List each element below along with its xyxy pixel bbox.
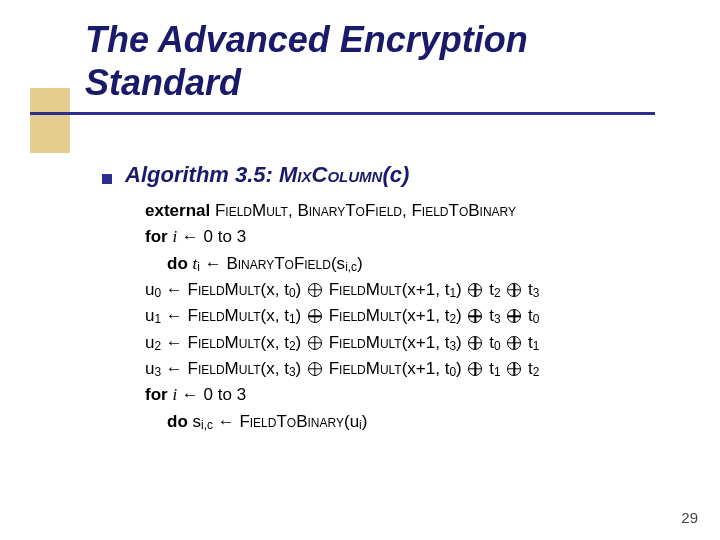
for-kw-1: for bbox=[145, 227, 168, 246]
do2-lhs-sub: i,c bbox=[201, 418, 213, 432]
title-line-1: The Advanced Encryption bbox=[85, 19, 528, 60]
btf-arg-sub: i,c bbox=[345, 260, 357, 274]
arrow-ti: ← bbox=[205, 254, 222, 273]
xor-icon bbox=[308, 336, 322, 350]
fm-3b: FieldMult bbox=[329, 359, 402, 378]
xor-icon bbox=[507, 309, 521, 323]
xor-icon bbox=[507, 336, 521, 350]
algo-label: Algorithm 3.5: bbox=[125, 162, 273, 187]
ext-proc-1: FieldMult bbox=[215, 201, 288, 220]
algorithm-body: external FieldMult, BinaryToField, Field… bbox=[145, 198, 539, 435]
xor-icon bbox=[507, 283, 521, 297]
xor-icon bbox=[308, 309, 322, 323]
ftb-arg: (u bbox=[344, 412, 359, 431]
arrow-u0: ← bbox=[166, 280, 183, 299]
u0-line: u0 ← FieldMult(x, t0) FieldMult(x+1, t1)… bbox=[145, 277, 539, 303]
slide-title: The Advanced Encryption Standard bbox=[85, 18, 528, 104]
xor-icon bbox=[468, 336, 482, 350]
ext-proc-3: FieldToBinary bbox=[411, 201, 516, 220]
page-number: 29 bbox=[681, 509, 698, 526]
btf-arg-close: ) bbox=[357, 254, 363, 273]
for-line-1: for i ← 0 to 3 bbox=[145, 224, 539, 250]
arrow-do2: ← bbox=[218, 412, 235, 431]
arrow-u3: ← bbox=[166, 359, 183, 378]
u2-line: u2 ← FieldMult(x, t2) FieldMult(x+1, t3)… bbox=[145, 330, 539, 356]
u1-line: u1 ← FieldMult(x, t1) FieldMult(x+1, t2)… bbox=[145, 303, 539, 329]
algo-arg: (c) bbox=[382, 162, 409, 187]
u3s: 3 bbox=[154, 365, 161, 379]
do-kw-2: do bbox=[167, 412, 188, 431]
xor-icon bbox=[468, 283, 482, 297]
do2-lhs: s bbox=[193, 412, 202, 431]
for-line-2: for i ← 0 to 3 bbox=[145, 382, 539, 408]
title-line-2: Standard bbox=[85, 62, 241, 103]
do-line-2: do si,c ← FieldToBinary(ui) bbox=[145, 409, 539, 435]
do-line-1: do ti ← BinaryToField(si,c) bbox=[145, 251, 539, 277]
fm-2b: FieldMult bbox=[329, 333, 402, 352]
ext-proc-2: BinaryToField bbox=[297, 201, 402, 220]
btf-proc: BinaryToField bbox=[226, 254, 331, 273]
for-range-1: to 3 bbox=[218, 227, 246, 246]
assign0-2: ← 0 bbox=[177, 385, 218, 404]
do-kw-1: do bbox=[167, 254, 188, 273]
ti-sub: i bbox=[197, 260, 200, 274]
u0s: 0 bbox=[154, 286, 161, 300]
fm-0b: FieldMult bbox=[329, 280, 402, 299]
algorithm-heading: Algorithm 3.5: MixColumn(c) bbox=[125, 162, 409, 188]
xor-icon bbox=[308, 283, 322, 297]
for-kw-2: for bbox=[145, 385, 168, 404]
fm-2a: FieldMult bbox=[188, 333, 261, 352]
u3-line: u3 ← FieldMult(x, t3) FieldMult(x+1, t0)… bbox=[145, 356, 539, 382]
xor-icon bbox=[468, 362, 482, 376]
u1s: 1 bbox=[154, 312, 161, 326]
fm-1a: FieldMult bbox=[188, 306, 261, 325]
fm-3a: FieldMult bbox=[188, 359, 261, 378]
arrow-u2: ← bbox=[166, 333, 183, 352]
xor-icon bbox=[507, 362, 521, 376]
bullet-icon bbox=[102, 174, 112, 184]
assign0-1: ← 0 bbox=[177, 227, 218, 246]
ftb-proc: FieldToBinary bbox=[239, 412, 344, 431]
ftb-arg-close: ) bbox=[362, 412, 368, 431]
fm-1b: FieldMult bbox=[329, 306, 402, 325]
arrow-u1: ← bbox=[166, 306, 183, 325]
u2s: 2 bbox=[154, 339, 161, 353]
external-kw: external bbox=[145, 201, 210, 220]
btf-arg: (s bbox=[331, 254, 345, 273]
external-line: external FieldMult, BinaryToField, Field… bbox=[145, 198, 539, 224]
xor-icon bbox=[468, 309, 482, 323]
xor-icon bbox=[308, 362, 322, 376]
fm-0a: FieldMult bbox=[188, 280, 261, 299]
title-accent-box bbox=[30, 88, 70, 153]
title-underline bbox=[30, 112, 655, 115]
algo-name: MixColumn bbox=[279, 162, 382, 187]
for-range-2: to 3 bbox=[218, 385, 246, 404]
